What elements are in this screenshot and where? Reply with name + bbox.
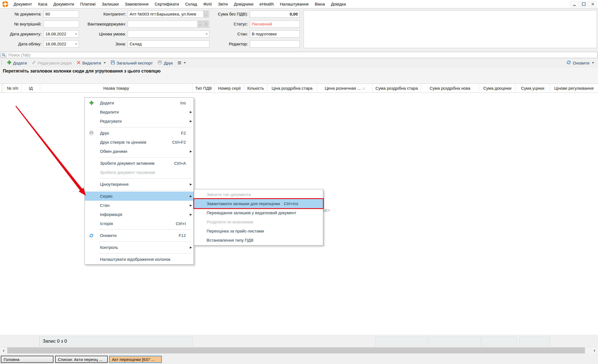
search-input[interactable] [7, 52, 597, 58]
column-header-retail-price-sorted[interactable]: Цена розничная ... △ [317, 84, 373, 92]
consignee-field[interactable]: ... X [128, 20, 209, 28]
column-header-row-number[interactable]: № п/п [4, 84, 22, 92]
add-button[interactable]: Додати [5, 59, 29, 66]
editor-field[interactable] [250, 40, 300, 48]
delete-button[interactable]: Видалити [74, 59, 108, 66]
application-window: Документ Каса Документи Платежі Залишки … [0, 0, 598, 364]
grid-column-headers: № п/п ІД Назва товару Тип ПДВ Номер сері… [0, 84, 598, 93]
printer-icon [85, 131, 98, 135]
context-menu-item-control[interactable]: Контроль ▶ [85, 243, 194, 252]
scroll-left-icon[interactable]: ‹ [0, 347, 7, 354]
menu-payments[interactable]: Платежі [77, 1, 99, 8]
menu-orders[interactable]: Замовлення [122, 1, 152, 8]
menu-documents[interactable]: Документи [50, 1, 77, 8]
menu-warehouse[interactable]: Склад [182, 1, 200, 8]
context-menu-item-add[interactable]: Додати Ins [85, 98, 194, 107]
comment-memo-box[interactable] [304, 10, 597, 48]
menu-branches[interactable]: Філії [200, 1, 215, 8]
search-row [0, 51, 598, 59]
column-header-retail-sum-new[interactable]: Сума роздрібна нова [421, 84, 479, 92]
submenu-item-price-list-revaluation[interactable]: Переоцінка за прайс-листами [194, 226, 323, 236]
menu-windows[interactable]: Вікна [312, 1, 328, 8]
column-header-product-name[interactable]: Назва товару [40, 84, 193, 92]
menu-document[interactable]: Документ [11, 1, 35, 8]
horizontal-scrollbar[interactable]: ‹ › [0, 347, 598, 353]
column-header-price-regulation[interactable]: Цінове регулювання [550, 84, 598, 92]
close-button[interactable]: × [589, 1, 597, 7]
column-header-retail-sum-old[interactable]: Сума роздрібна стара [373, 84, 421, 92]
search-icon[interactable] [1, 52, 7, 58]
scroll-right-icon[interactable]: › [591, 347, 598, 354]
context-menu-item-make-active[interactable]: Зробити документ активним Ctrl+A [85, 159, 194, 168]
menu-settings[interactable]: Налаштування [277, 1, 312, 8]
restore-button[interactable] [580, 1, 587, 7]
column-header-markup-sum[interactable]: Сума дооцінки [479, 84, 516, 92]
record-count: Запис 0 з 0 [40, 337, 193, 346]
toolbar-grip-handle[interactable] [1, 60, 3, 66]
status-bar: Запис 0 з 0 [0, 335, 598, 347]
column-header-retail-price-old[interactable]: Ціна роздрібна стара [267, 84, 317, 92]
context-menu-item-history[interactable]: Історія Ctrl+I [85, 219, 194, 228]
price-condition-field[interactable] [128, 30, 209, 38]
edit-row-button[interactable]: Редагувати рядок [29, 59, 74, 66]
group-by-panel[interactable]: Перетягніть заголовок колонки сюди для у… [0, 67, 598, 84]
scrollbar-thumb[interactable] [7, 347, 585, 353]
state-field[interactable]: В подготовке [250, 30, 300, 38]
submenu-arrow-icon: ▶ [188, 246, 194, 249]
context-menu-item-state[interactable]: Стан ▶ [85, 201, 194, 210]
group-by-hint: Перетягніть заголовок колонки сюди для у… [0, 67, 598, 74]
context-menu-item-edit[interactable]: Редагувати ▶ [85, 117, 194, 126]
context-menu-item-information[interactable]: Інформація ▶ [85, 210, 194, 219]
doc-date-field[interactable]: 16.08.2022 [43, 30, 79, 38]
column-header-quantity[interactable]: Кількість [244, 84, 267, 92]
sum-without-vat-field[interactable]: 0,00 [250, 11, 300, 18]
submenu-item-transfer-balances[interactable]: Перекидання залишків у видатковий докуме… [194, 208, 323, 217]
tab-main[interactable]: Головна [1, 356, 53, 363]
contractor-field[interactable]: Апт №003 пгт.Барышевка, ул.Киев ... [128, 11, 209, 18]
status-segment [481, 337, 517, 346]
menu-reports[interactable]: Звіти [215, 1, 231, 8]
lookup-ellipsis-button[interactable]: ... [197, 21, 203, 27]
column-header-series-number[interactable]: Номер серії [215, 84, 244, 92]
context-menu-item-pricing[interactable]: Ціноутворення ▶ [85, 180, 194, 189]
context-menu-item-service[interactable]: Сервіс ▶ [85, 192, 194, 201]
menu-ehealth[interactable]: eHealth [256, 1, 277, 8]
menu-bar: Документ Каса Документи Платежі Залишки … [0, 0, 598, 8]
consignee-label: Вантажоодержувач: [78, 20, 126, 28]
delete-x-icon [77, 61, 81, 65]
context-menu-item-print[interactable]: Друк F2 [85, 128, 194, 138]
menu-certificates[interactable]: Сертифікати [152, 1, 182, 8]
context-menu-item-data-exchange[interactable]: Обмін даними ▶ [85, 147, 194, 156]
context-menu-item-configure-columns[interactable]: Налаштувати відображення колонок [85, 255, 194, 264]
column-header-markdown-sum[interactable]: Сума уцінки [516, 84, 550, 92]
tab-revaluation-acts-list[interactable]: Списки: Акти переоц ... [55, 356, 108, 363]
minimize-button[interactable] [571, 1, 578, 7]
print-button[interactable]: Друк [155, 59, 175, 66]
view-options-button[interactable] [175, 59, 188, 66]
refresh-button[interactable]: Оновити [564, 59, 598, 66]
caret-down-icon [184, 62, 186, 63]
status-field[interactable]: Пасивний [250, 20, 300, 28]
column-header-vat-type[interactable]: Тип ПДВ [193, 84, 215, 92]
zone-field[interactable]: Склад [128, 40, 209, 48]
context-menu-item-refresh[interactable]: Оновити F12 [85, 231, 194, 240]
menu-cash[interactable]: Каса [35, 1, 50, 8]
menu-directories[interactable]: Довідники [231, 1, 256, 8]
submenu-item-load-balances-for-revaluation[interactable]: Завантажити залишки для переоцінки Ctrl+… [194, 199, 323, 208]
column-header-id[interactable]: ІД [22, 84, 40, 92]
account-date-field[interactable]: 16.08.2022 [43, 40, 79, 48]
submenu-item-set-vat-type[interactable]: Встановлення типу ПДВ [194, 236, 323, 245]
tab-revaluation-act-active[interactable]: Акт переоцінки [637 ... [109, 356, 162, 363]
list-icon [178, 61, 181, 64]
header-grip-handle[interactable] [0, 84, 4, 92]
menu-balances[interactable]: Залишки [99, 1, 122, 8]
doc-number-field[interactable]: 60 [43, 11, 79, 18]
menu-separator [99, 127, 191, 127]
internal-number-field[interactable] [43, 20, 79, 28]
context-menu-item-print-stickers[interactable]: Друк стікерів та цінників Ctrl+F2 [85, 138, 194, 147]
context-menu-item-delete[interactable]: Видалити ▶ [85, 107, 194, 117]
general-export-button[interactable]: Загальний експорт [108, 59, 155, 66]
menu-help[interactable]: Довідка [328, 1, 349, 8]
submenu-arrow-icon: ▶ [188, 150, 194, 153]
editor-label: Редактор: [204, 40, 248, 48]
